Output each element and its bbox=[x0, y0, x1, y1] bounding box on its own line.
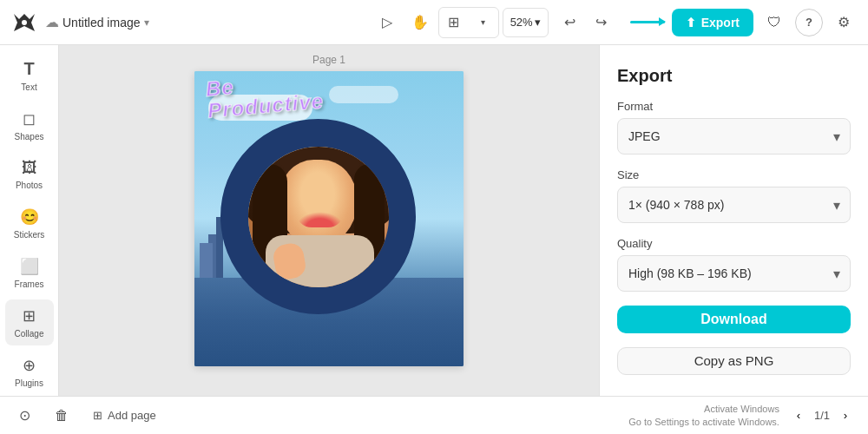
sidebar-label-stickers: Stickers bbox=[14, 230, 45, 240]
quality-select-wrapper: High (98 KB – 196 KB) Medium (49 KB – 98… bbox=[617, 255, 851, 292]
activate-line1: Activate Windows bbox=[628, 403, 779, 415]
building-3 bbox=[200, 243, 213, 278]
size-field: Size 1× (940 × 788 px) 2× (1880 × 1576 p… bbox=[617, 168, 851, 223]
main-layout: T Text ◻ Shapes 🖼 Photos 😊 Stickers ⬜ Fr… bbox=[0, 45, 868, 396]
delete-button[interactable]: 🗑 bbox=[46, 403, 77, 429]
svg-point-0 bbox=[22, 20, 27, 25]
frame-tool-group: ⊞ ▾ bbox=[438, 7, 499, 38]
document-title[interactable]: Untitled image bbox=[62, 16, 141, 30]
sidebar-item-text[interactable]: T Text bbox=[5, 52, 54, 99]
frame-tool-chevron[interactable]: ▾ bbox=[469, 8, 498, 37]
page-nav: ‹ 1/1 › bbox=[786, 404, 858, 428]
history-button[interactable]: ⊙ bbox=[10, 402, 39, 429]
sidebar-label-shapes: Shapes bbox=[15, 132, 44, 141]
help-button[interactable]: ? bbox=[795, 9, 823, 36]
frame-tool-button[interactable]: ⊞ bbox=[439, 8, 469, 37]
zoom-chevron: ▾ bbox=[535, 16, 541, 29]
sidebar-label-photos: Photos bbox=[16, 181, 43, 190]
zoom-control[interactable]: 52% ▾ bbox=[503, 8, 549, 37]
stickers-icon: 😊 bbox=[20, 207, 39, 227]
sidebar-item-shapes[interactable]: ◻ Shapes bbox=[5, 102, 54, 148]
zoom-level: 52% bbox=[510, 16, 533, 29]
add-page-icon: ⊞ bbox=[93, 409, 102, 422]
topbar: ☁ Untitled image ▾ ▷ ✋ ⊞ ▾ 52% ▾ ↩ ↪ ⬆ E… bbox=[0, 0, 868, 45]
cloud-icon: ☁ bbox=[45, 14, 59, 30]
title-chevron[interactable]: ▾ bbox=[144, 16, 149, 29]
format-select[interactable]: JPEG PNG SVG PDF GIF bbox=[617, 118, 851, 155]
export-icon: ⬆ bbox=[686, 16, 696, 30]
history-icon: ⊙ bbox=[19, 407, 30, 424]
sidebar: T Text ◻ Shapes 🖼 Photos 😊 Stickers ⬜ Fr… bbox=[0, 45, 59, 396]
activate-line2: Go to Settings to activate Windows. bbox=[628, 416, 779, 428]
quality-select[interactable]: High (98 KB – 196 KB) Medium (49 KB – 98… bbox=[617, 255, 851, 292]
next-page-button[interactable]: › bbox=[833, 404, 858, 428]
add-page-label: Add page bbox=[108, 409, 156, 422]
page-label: Page 1 bbox=[312, 54, 345, 66]
page-indicator: 1/1 bbox=[814, 409, 830, 422]
canvas-content[interactable]: Be Productive bbox=[194, 71, 464, 366]
quality-label: Quality bbox=[617, 237, 851, 250]
size-label: Size bbox=[617, 168, 851, 181]
export-panel-title: Export bbox=[617, 66, 851, 86]
settings-button[interactable]: ⚙ bbox=[830, 9, 858, 36]
shapes-icon: ◻ bbox=[23, 109, 36, 128]
app-logo[interactable] bbox=[10, 9, 38, 36]
trash-icon: 🗑 bbox=[55, 408, 69, 424]
face bbox=[279, 160, 357, 247]
arrow-line bbox=[630, 21, 665, 23]
canvas-area[interactable]: Page 1 bbox=[59, 45, 599, 396]
select-tool-button[interactable]: ▷ bbox=[372, 8, 402, 37]
sidebar-label-frames: Frames bbox=[15, 279, 44, 289]
plugins-icon: ⊕ bbox=[23, 356, 36, 375]
bottombar: ⊙ 🗑 ⊞ Add page Activate Windows Go to Se… bbox=[0, 396, 868, 434]
cloud-2 bbox=[329, 86, 398, 103]
sidebar-item-plugins[interactable]: ⊕ Plugins bbox=[5, 349, 54, 395]
hand-tool-button[interactable]: ✋ bbox=[405, 8, 435, 37]
undo-redo-group: ↩ ↪ bbox=[556, 8, 616, 37]
export-panel: Export Format JPEG PNG SVG PDF GIF ▾ Siz… bbox=[599, 45, 868, 396]
format-field: Format JPEG PNG SVG PDF GIF ▾ bbox=[617, 100, 851, 155]
logo-icon bbox=[12, 10, 36, 35]
sidebar-label-plugins: Plugins bbox=[15, 378, 43, 388]
export-button[interactable]: ⬆ Export bbox=[672, 9, 753, 36]
copy-png-button[interactable]: Copy as PNG bbox=[617, 347, 851, 375]
arrow-indicator bbox=[630, 21, 665, 23]
size-select[interactable]: 1× (940 × 788 px) 2× (1880 × 1576 px) 0.… bbox=[617, 187, 851, 223]
sidebar-label-collage: Collage bbox=[15, 329, 44, 339]
text-icon: T bbox=[23, 59, 34, 79]
activate-windows: Activate Windows Go to Settings to activ… bbox=[628, 403, 779, 428]
download-button[interactable]: Download bbox=[617, 306, 851, 333]
sidebar-item-stickers[interactable]: 😊 Stickers bbox=[5, 201, 54, 247]
sidebar-item-frames[interactable]: ⬜ Frames bbox=[5, 250, 54, 296]
export-label: Export bbox=[701, 16, 740, 30]
shield-button[interactable]: 🛡 bbox=[760, 9, 788, 36]
collage-icon: ⊞ bbox=[23, 306, 36, 326]
add-page-button[interactable]: ⊞ Add page bbox=[84, 404, 165, 427]
prev-page-button[interactable]: ‹ bbox=[786, 404, 811, 428]
quality-field: Quality High (98 KB – 196 KB) Medium (49… bbox=[617, 237, 851, 292]
format-label: Format bbox=[617, 100, 851, 113]
redo-button[interactable]: ↪ bbox=[587, 8, 616, 37]
size-select-wrapper: 1× (940 × 788 px) 2× (1880 × 1576 px) 0.… bbox=[617, 187, 851, 223]
format-select-wrapper: JPEG PNG SVG PDF GIF ▾ bbox=[617, 118, 851, 155]
frames-icon: ⬜ bbox=[20, 257, 39, 276]
photos-icon: 🖼 bbox=[22, 159, 37, 177]
sidebar-item-collage[interactable]: ⊞ Collage bbox=[5, 299, 54, 345]
topbar-right: ⬆ Export 🛡 ? ⚙ bbox=[630, 9, 858, 36]
toolbar-tools: ▷ ✋ ⊞ ▾ 52% ▾ bbox=[372, 7, 549, 38]
sidebar-label-text: Text bbox=[21, 82, 36, 92]
undo-button[interactable]: ↩ bbox=[556, 8, 585, 37]
title-area: ☁ Untitled image ▾ bbox=[45, 14, 149, 30]
sidebar-item-photos[interactable]: 🖼 Photos bbox=[5, 152, 54, 197]
person-photo bbox=[248, 147, 389, 287]
